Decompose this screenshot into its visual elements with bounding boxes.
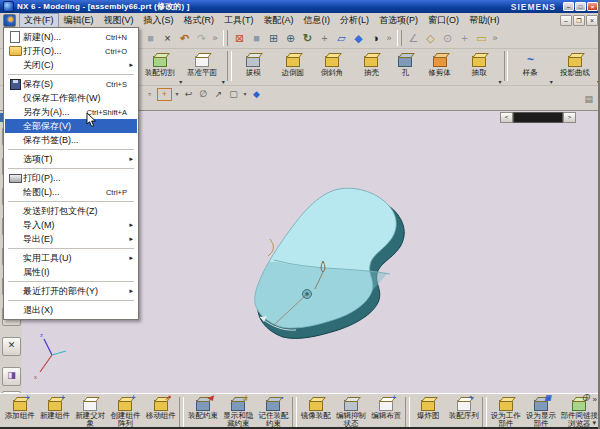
- menu-item-send-to-package[interactable]: 发送到打包文件(Z): [5, 204, 137, 218]
- menu-item-save[interactable]: 保存(S) Ctrl+S: [5, 77, 137, 91]
- edit-arrangements-button[interactable]: + 编辑布置: [369, 395, 404, 420]
- remember-constraints-button[interactable]: ▪ 记住装配约束: [256, 395, 291, 428]
- shell-button[interactable]: 抽壳: [352, 49, 391, 77]
- toolbar-overflow-icon[interactable]: »: [384, 29, 394, 47]
- shaded-cube-icon[interactable]: ◆: [249, 88, 264, 101]
- snap-point-icon[interactable]: +: [456, 29, 473, 47]
- view-orient-icon[interactable]: ◆: [350, 29, 367, 47]
- select-arrow-icon[interactable]: ↗: [211, 88, 226, 101]
- maximize-button[interactable]: [575, 2, 586, 11]
- exploded-view-button[interactable]: 爆炸图: [411, 395, 446, 420]
- draft-button[interactable]: 拔模: [234, 49, 273, 77]
- menu-item-recently-opened-parts[interactable]: 最近打开的部件(Y): [5, 284, 137, 298]
- show-hide-constraints-button[interactable]: ⊥ 显示和隐藏约束: [221, 395, 256, 428]
- menu-edit[interactable]: 编辑(E): [59, 13, 99, 28]
- menu-item-save-bookmark[interactable]: 保存书签(B)...: [5, 133, 137, 147]
- zoom-icon[interactable]: ⊕: [282, 29, 299, 47]
- menu-help[interactable]: 帮助(H): [464, 13, 505, 28]
- edit-suppression-state-button[interactable]: 编辑抑制状态: [333, 395, 368, 428]
- rotate-view-icon[interactable]: ↻: [299, 29, 316, 47]
- assembly-sequence-button[interactable]: ∿ 装配序列: [446, 395, 481, 420]
- dropdown-arrow-icon[interactable]: ▾: [179, 78, 182, 85]
- child-restore-button[interactable]: [573, 15, 585, 26]
- menu-item-export[interactable]: 导出(E): [5, 232, 137, 246]
- menu-item-properties[interactable]: 属性(I): [5, 265, 137, 279]
- datum-plane-button[interactable]: 基准平面: [182, 49, 221, 77]
- edit-section-icon[interactable]: ▱: [333, 29, 350, 47]
- scroll-thumb[interactable]: [513, 112, 563, 123]
- menu-item-save-as[interactable]: 另存为(A)... Ctrl+Shift+A: [5, 105, 137, 119]
- create-component-array-button[interactable]: + 创建组件阵列: [108, 395, 143, 428]
- menu-item-plot[interactable]: 绘图(L)... Ctrl+P: [5, 185, 137, 199]
- dropdown-arrow-icon[interactable]: ▾: [499, 78, 502, 85]
- menu-preferences[interactable]: 首选项(P): [374, 13, 423, 28]
- edge-blend-button[interactable]: 边倒圆: [273, 49, 312, 77]
- snap-midpoint-icon[interactable]: ◇: [422, 29, 439, 47]
- make-work-part-button[interactable]: 设为工作部件: [488, 395, 523, 428]
- roles-icon[interactable]: ✕: [2, 337, 21, 356]
- hole-button[interactable]: 孔: [391, 49, 420, 77]
- menu-assemblies[interactable]: 装配(A): [259, 13, 299, 28]
- menu-item-import[interactable]: 导入(M): [5, 218, 137, 232]
- dropdown-arrow-icon[interactable]: ▾: [173, 88, 181, 101]
- pan-icon[interactable]: +: [316, 29, 333, 47]
- spline-button[interactable]: ~ 样条: [510, 49, 549, 77]
- render-style-icon[interactable]: ◑: [367, 29, 384, 47]
- menu-item-exit[interactable]: 退出(X): [5, 303, 137, 317]
- toolbar-dock-icon[interactable]: ▤: [584, 94, 593, 104]
- dropdown-arrow-icon[interactable]: ▾: [550, 78, 553, 85]
- scroll-right-button[interactable]: >: [563, 112, 576, 123]
- undo-small-icon[interactable]: ↩: [181, 88, 196, 101]
- add-component-button[interactable]: + 添加组件: [2, 395, 37, 420]
- snap-plus-icon[interactable]: +: [157, 88, 172, 101]
- child-close-button[interactable]: [586, 15, 598, 26]
- projected-curve-button[interactable]: 投影曲线: [553, 49, 597, 77]
- paste-icon[interactable]: ■: [142, 29, 159, 47]
- redo-icon[interactable]: ↷: [193, 29, 210, 47]
- menu-item-save-all[interactable]: 全部保存(V): [5, 119, 137, 133]
- menu-file[interactable]: 文件(F): [19, 13, 59, 28]
- scroll-left-button[interactable]: <: [500, 112, 513, 123]
- zoom-box-icon[interactable]: ⊞: [265, 29, 282, 47]
- menu-item-print[interactable]: 打印(P)...: [5, 171, 137, 185]
- menu-item-close[interactable]: 关闭(C): [5, 58, 137, 72]
- menu-format[interactable]: 格式(R): [179, 13, 220, 28]
- viewport-scrollbar[interactable]: < >: [500, 112, 576, 123]
- trim-body-button[interactable]: 修剪体: [420, 49, 459, 77]
- move-component-button[interactable]: ↗ 移动组件: [143, 395, 178, 420]
- menu-window[interactable]: 窗口(O): [423, 13, 464, 28]
- display-mode-icon[interactable]: ■: [248, 29, 265, 47]
- menu-tools[interactable]: 工具(T): [219, 13, 259, 28]
- deselect-icon[interactable]: ∅: [196, 88, 211, 101]
- chamfer-button[interactable]: 倒斜角: [312, 49, 351, 77]
- new-parent-button[interactable]: 新建父对象: [73, 395, 108, 428]
- delete-icon[interactable]: ×: [159, 29, 176, 47]
- toolbar-overflow-icon[interactable]: »: [593, 395, 597, 404]
- menu-item-utilities[interactable]: 实用工具(U): [5, 251, 137, 265]
- extract-button[interactable]: 抽取: [459, 49, 498, 77]
- menu-insert[interactable]: 插入(S): [139, 13, 179, 28]
- toolbar-overflow-icon[interactable]: »: [490, 29, 500, 47]
- minimize-button[interactable]: [563, 2, 574, 11]
- toolbar-overflow-icon[interactable]: »: [210, 29, 220, 47]
- snap-center-icon[interactable]: ⊙: [439, 29, 456, 47]
- assembly-constraints-button[interactable]: ◀ 装配约束: [185, 395, 220, 420]
- menu-analysis[interactable]: 分析(L): [335, 13, 374, 28]
- dropdown-arrow-icon[interactable]: ▾: [241, 88, 249, 101]
- new-component-button[interactable]: + 新建组件: [37, 395, 72, 420]
- make-displayed-part-button[interactable]: ▣ 设为显示部件: [523, 395, 558, 428]
- menu-item-open[interactable]: 打开(O)... Ctrl+O: [5, 44, 137, 58]
- rect-select-icon[interactable]: ▢: [226, 88, 241, 101]
- close-button[interactable]: [587, 2, 598, 11]
- dropdown-arrow-icon[interactable]: ▾: [592, 419, 596, 427]
- menu-view[interactable]: 视图(V): [99, 13, 139, 28]
- menu-information[interactable]: 信息(I): [299, 13, 336, 28]
- filter-icon[interactable]: ▫: [142, 88, 157, 101]
- undo-icon[interactable]: ↶: [176, 29, 193, 47]
- assembly-cut-button[interactable]: 装配切割: [140, 49, 179, 77]
- fit-view-icon[interactable]: ⊠: [231, 29, 248, 47]
- menu-item-options[interactable]: 选项(T): [5, 152, 137, 166]
- dropdown-arrow-icon[interactable]: ▾: [222, 78, 225, 85]
- mirror-assembly-button[interactable]: 镜像装配: [298, 395, 333, 420]
- child-minimize-button[interactable]: [560, 15, 572, 26]
